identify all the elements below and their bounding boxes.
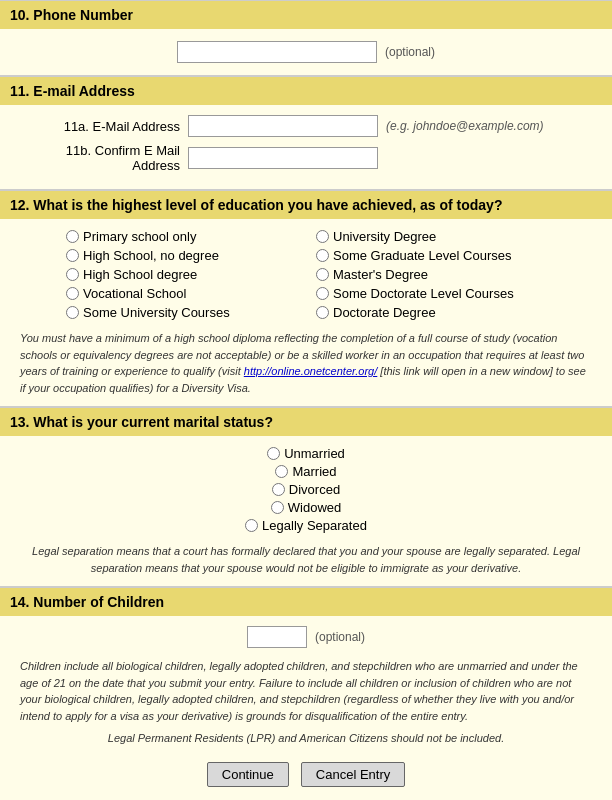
- education-radio-doctorate[interactable]: [316, 306, 329, 319]
- cancel-button[interactable]: Cancel Entry: [301, 762, 405, 787]
- marital-radio-divorced[interactable]: [272, 483, 285, 496]
- marital-label-separated: Legally Separated: [262, 518, 367, 533]
- education-label-primary: Primary school only: [83, 229, 196, 244]
- education-section: 12. What is the highest level of educati…: [0, 190, 612, 407]
- marital-note: Legal separation means that a court has …: [20, 543, 592, 576]
- marital-label-married: Married: [292, 464, 336, 479]
- phone-body: (optional): [0, 29, 612, 76]
- email-a-label: 11a. E-Mail Address: [20, 119, 180, 134]
- marital-body: Unmarried Married Divorced Widowed Legal…: [0, 436, 612, 587]
- education-radio-hs[interactable]: [66, 268, 79, 281]
- email-a-input[interactable]: [188, 115, 378, 137]
- children-note: Children include all biological children…: [20, 658, 592, 724]
- education-note: You must have a minimum of a high school…: [20, 330, 592, 396]
- children-body: (optional) Children include all biologic…: [0, 616, 612, 800]
- education-option-doctorate: Doctorate Degree: [316, 305, 546, 320]
- phone-row: (optional): [177, 41, 435, 63]
- marital-radio-unmarried[interactable]: [267, 447, 280, 460]
- education-option-grad: Some Graduate Level Courses: [316, 248, 546, 263]
- education-radio-university[interactable]: [316, 230, 329, 243]
- marital-section: 13. What is your current marital status?…: [0, 407, 612, 587]
- continue-button[interactable]: Continue: [207, 762, 289, 787]
- education-option-doctorate-some: Some Doctorate Level Courses: [316, 286, 546, 301]
- education-label-masters: Master's Degree: [333, 267, 428, 282]
- marital-option-widowed: Widowed: [271, 500, 341, 515]
- onet-link[interactable]: http://online.onetcenter.org/: [244, 365, 378, 377]
- education-label-hs-no: High School, no degree: [83, 248, 219, 263]
- marital-option-unmarried: Unmarried: [267, 446, 345, 461]
- education-option-masters: Master's Degree: [316, 267, 546, 282]
- marital-option-married: Married: [275, 464, 336, 479]
- marital-option-divorced: Divorced: [272, 482, 340, 497]
- phone-optional: (optional): [385, 45, 435, 59]
- marital-radio-separated[interactable]: [245, 519, 258, 532]
- email-section: 11. E-mail Address 11a. E-Mail Address (…: [0, 76, 612, 190]
- education-option-voc: Vocational School: [66, 286, 296, 301]
- marital-option-separated: Legally Separated: [245, 518, 367, 533]
- education-label-doctorate: Doctorate Degree: [333, 305, 436, 320]
- education-radio-doctorate-some[interactable]: [316, 287, 329, 300]
- education-options: Primary school only University Degree Hi…: [66, 229, 546, 320]
- button-row: Continue Cancel Entry: [20, 754, 592, 795]
- education-header: 12. What is the highest level of educati…: [0, 190, 612, 219]
- education-label-doctorate-some: Some Doctorate Level Courses: [333, 286, 514, 301]
- education-option-primary: Primary school only: [66, 229, 296, 244]
- phone-input[interactable]: [177, 41, 377, 63]
- marital-header: 13. What is your current marital status?: [0, 407, 612, 436]
- email-b-row: 11b. Confirm E Mail Address: [20, 143, 592, 173]
- education-option-university: University Degree: [316, 229, 546, 244]
- phone-section: 10. Phone Number (optional): [0, 0, 612, 76]
- phone-header: 10. Phone Number: [0, 0, 612, 29]
- marital-radio-widowed[interactable]: [271, 501, 284, 514]
- marital-radio-married[interactable]: [275, 465, 288, 478]
- education-radio-voc[interactable]: [66, 287, 79, 300]
- children-input-row: (optional): [20, 626, 592, 648]
- marital-label-unmarried: Unmarried: [284, 446, 345, 461]
- education-label-grad: Some Graduate Level Courses: [333, 248, 511, 263]
- education-label-hs: High School degree: [83, 267, 197, 282]
- education-label-uni-some: Some University Courses: [83, 305, 230, 320]
- email-body: 11a. E-Mail Address (e.g. johndoe@exampl…: [0, 105, 612, 190]
- marital-label-widowed: Widowed: [288, 500, 341, 515]
- education-body: Primary school only University Degree Hi…: [0, 219, 612, 407]
- education-radio-uni-some[interactable]: [66, 306, 79, 319]
- education-label-university: University Degree: [333, 229, 436, 244]
- children-section: 14. Number of Children (optional) Childr…: [0, 587, 612, 800]
- education-radio-masters[interactable]: [316, 268, 329, 281]
- education-radio-hs-no[interactable]: [66, 249, 79, 262]
- education-label-voc: Vocational School: [83, 286, 186, 301]
- lpr-note: Legal Permanent Residents (LPR) and Amer…: [20, 732, 592, 744]
- marital-label-divorced: Divorced: [289, 482, 340, 497]
- education-option-uni-some: Some University Courses: [66, 305, 296, 320]
- children-header: 14. Number of Children: [0, 587, 612, 616]
- education-radio-primary[interactable]: [66, 230, 79, 243]
- education-radio-grad[interactable]: [316, 249, 329, 262]
- children-input[interactable]: [247, 626, 307, 648]
- education-option-hs: High School degree: [66, 267, 296, 282]
- email-b-label: 11b. Confirm E Mail Address: [20, 143, 180, 173]
- education-option-hs-no: High School, no degree: [66, 248, 296, 263]
- email-hint: (e.g. johndoe@example.com): [386, 119, 544, 133]
- link-note: [this link will open in a new window]: [380, 365, 552, 377]
- email-b-input[interactable]: [188, 147, 378, 169]
- children-optional: (optional): [315, 630, 365, 644]
- email-header: 11. E-mail Address: [0, 76, 612, 105]
- email-a-row: 11a. E-Mail Address (e.g. johndoe@exampl…: [20, 115, 592, 137]
- marital-options: Unmarried Married Divorced Widowed Legal…: [20, 446, 592, 533]
